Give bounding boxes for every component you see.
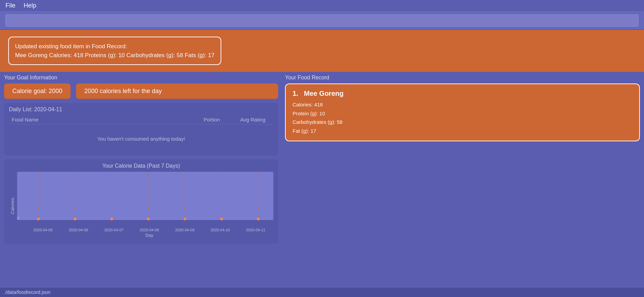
- notification-line2: Mee Goreng Calories: 418 Proteins (g): 1…: [15, 51, 214, 60]
- svg-rect-0: [17, 172, 273, 220]
- daily-list-title: Daily List: 2020-04-11: [9, 106, 273, 113]
- empty-message: You haven't consumed anything today!: [9, 126, 273, 152]
- food-record-item-0[interactable]: 1. Mee Goreng Calories: 418 Protein (g):…: [285, 83, 640, 141]
- chart-area-wrapper: 0: [17, 172, 273, 240]
- svg-point-4: [74, 218, 76, 220]
- food-item-detail-0: Calories: 418 Protein (g): 10 Carbohydra…: [293, 100, 632, 135]
- x-label-0: 2020-04-05: [34, 228, 53, 232]
- y-axis-label: Calories: [9, 172, 16, 240]
- col-avg-rating-header: Avg Rating: [232, 117, 273, 122]
- chart-container: Calories 0: [9, 172, 273, 240]
- left-panel: Your Goal Information Calorie goal: 2000…: [4, 75, 278, 244]
- chart-section: Your Calorie Data (Past 7 Days) Calories…: [4, 159, 278, 244]
- right-panel: Your Food Record 1. Mee Goreng Calories:…: [278, 75, 640, 244]
- food-item-index-0: 1.: [293, 90, 298, 97]
- svg-point-6: [110, 218, 113, 220]
- daily-list-section: Daily List: 2020-04-11 Food Name Portion…: [4, 103, 278, 155]
- x-axis-title: Day: [25, 233, 273, 238]
- food-record-title: Your Food Record: [285, 75, 640, 81]
- menu-file[interactable]: File: [5, 2, 15, 9]
- search-input[interactable]: [5, 14, 639, 27]
- food-item-fat-0: Fat (g): 17: [293, 127, 632, 135]
- status-bar: ./data/foodrecord.json: [0, 287, 644, 297]
- col-portion-header: Portion: [191, 117, 232, 122]
- main-content: Your Goal Information Calorie goal: 2000…: [0, 72, 644, 246]
- x-label-5: 2020-04-10: [211, 228, 230, 232]
- x-axis-labels: 2020-04-05 2020-04-06 2020-04-07 2020-04…: [25, 227, 273, 232]
- food-item-calories-0: Calories: 418: [293, 100, 632, 109]
- calorie-goal-box: Calorie goal: 2000: [4, 83, 71, 99]
- notification-area: Updated existing food item in Food Recor…: [0, 30, 644, 72]
- menu-help[interactable]: Help: [24, 2, 36, 9]
- svg-point-2: [37, 218, 40, 220]
- status-bar-text: ./data/foodrecord.json: [4, 289, 50, 295]
- x-label-4: 2020-04-09: [175, 228, 194, 232]
- x-label-3: 2020-04-08: [140, 228, 159, 232]
- table-header: Food Name Portion Avg Rating: [9, 115, 273, 124]
- x-label-2: 2020-04-07: [104, 228, 123, 232]
- goal-row: Calorie goal: 2000 2000 calories left fo…: [4, 83, 278, 99]
- chart-area: 0: [17, 172, 273, 227]
- goal-section-title: Your Goal Information: [4, 75, 278, 81]
- y-zero-label: 0: [17, 216, 19, 220]
- chart-title: Your Calorie Data (Past 7 Days): [9, 163, 273, 169]
- svg-point-10: [184, 218, 186, 220]
- x-label-1: 2020-04-06: [69, 228, 88, 232]
- calories-left-box: 2000 calories left for the day: [76, 83, 278, 99]
- x-label-6: 2020-04-11: [246, 228, 265, 232]
- svg-point-12: [220, 218, 223, 220]
- search-bar-area: [0, 12, 644, 30]
- food-item-carbs-0: Carbohydrates (g): 58: [293, 118, 632, 127]
- food-item-name-0: 1. Mee Goreng: [293, 90, 632, 98]
- col-food-name-header: Food Name: [9, 117, 191, 122]
- notification-line1: Updated existing food item in Food Recor…: [15, 42, 214, 51]
- svg-point-14: [257, 218, 260, 220]
- notification-banner: Updated existing food item in Food Recor…: [8, 37, 221, 65]
- menu-bar: File Help: [0, 0, 644, 12]
- food-item-protein-0: Protein (g): 10: [293, 109, 632, 118]
- food-item-title-0: Mee Goreng: [304, 90, 344, 97]
- svg-point-8: [147, 218, 150, 220]
- chart-svg: [17, 172, 273, 227]
